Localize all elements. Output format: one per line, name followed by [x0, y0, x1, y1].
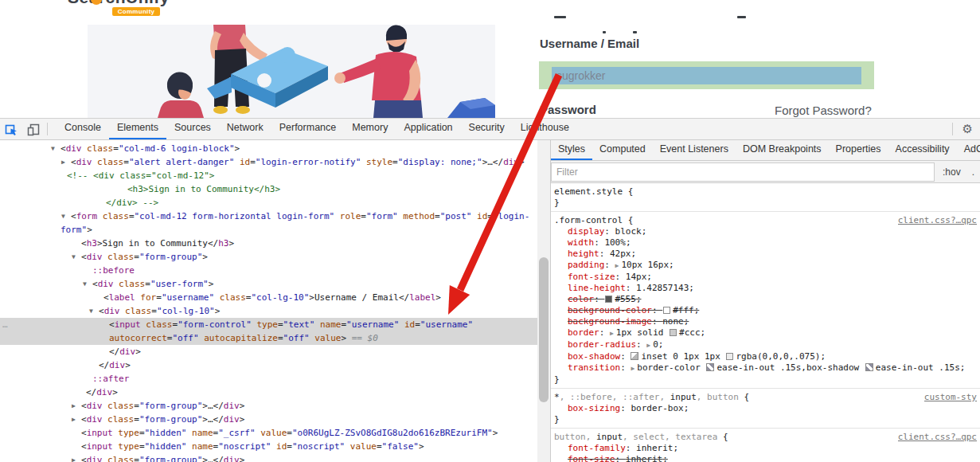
css-selector: *, ::before, ::after, input, button {	[554, 392, 749, 403]
scrollbar-thumb[interactable]	[539, 257, 549, 402]
dom-node[interactable]: </div>	[0, 386, 537, 399]
tab-lighthouse[interactable]: Lighthouse	[513, 119, 577, 139]
sidebar-tab-dom-breakpoints[interactable]: DOM Breakpoints	[736, 140, 829, 160]
elements-panel: ▼<div class="col-md-6 login-block">▶<div…	[0, 140, 551, 462]
stylesheet-link[interactable]: client.css?…qpc	[898, 215, 977, 226]
dom-node[interactable]: ▼<form class="col-md-12 form-horizontal …	[0, 209, 537, 237]
expand-shorthand-icon[interactable]: ▶	[615, 262, 619, 269]
stylesheet-link[interactable]: client.css?…qpc	[898, 432, 977, 443]
devtools-toolbar: ConsoleElementsSourcesNetworkPerformance…	[0, 119, 980, 140]
sidebar-tab-computed[interactable]: Computed	[592, 140, 653, 160]
expand-open-icon[interactable]: ▼	[51, 142, 55, 155]
sidebar-tab-properties[interactable]: Properties	[829, 140, 888, 160]
dom-node[interactable]: <input type="hidden" name="noscript" id=…	[0, 440, 537, 453]
color-swatch[interactable]	[663, 307, 670, 314]
shadow-editor-icon[interactable]	[631, 352, 638, 360]
expand-closed-icon[interactable]: ▶	[72, 413, 76, 426]
bezier-editor-icon[interactable]	[865, 363, 873, 371]
expand-shorthand-icon[interactable]: ▶	[631, 365, 634, 372]
site-logo[interactable]: SearchUnify	[68, 0, 171, 6]
css-property[interactable]: transition: ▶border-color ease-in-out .1…	[554, 362, 977, 374]
elements-scrollbar[interactable]	[537, 140, 550, 462]
forgot-password-link[interactable]: Forgot Password?	[775, 104, 872, 117]
bezier-editor-icon[interactable]	[706, 363, 714, 371]
css-property[interactable]: line-height: 1.42857143;	[554, 283, 977, 294]
inspect-cursor-icon[interactable]	[0, 119, 22, 139]
dom-node[interactable]: ▶<div class="form-group">…</div>	[0, 413, 537, 426]
dom-node[interactable]: <input type="hidden" name="_csrf" value=…	[0, 426, 537, 440]
cls-toggle[interactable]: .	[972, 166, 974, 178]
dom-node[interactable]: <!-- <div class="col-md-12">	[0, 169, 537, 182]
css-property[interactable]: box-sizing: border-box;	[554, 403, 977, 414]
sidebar-tab-adguar[interactable]: AdGuar	[957, 140, 980, 160]
expand-closed-icon[interactable]: ▶	[72, 399, 76, 413]
dom-node[interactable]: ::before	[0, 264, 537, 277]
dom-node[interactable]: ▼<div class="col-md-6 login-block">	[0, 142, 537, 155]
dom-node[interactable]: <label for="username" class="col-lg-10">…	[0, 291, 537, 304]
css-property[interactable]: background-color: #fff;	[554, 305, 977, 316]
dom-node[interactable]: ▶<div class="form-group">…</div>	[0, 399, 537, 413]
stylesheet-link[interactable]: custom-sty	[924, 392, 977, 403]
tab-application[interactable]: Application	[396, 119, 460, 139]
sidebar-tab-event-listeners[interactable]: Event Listeners	[653, 140, 736, 160]
dom-node[interactable]: ▶<div class="alert alert-danger" id="log…	[0, 155, 537, 169]
clipped-heading-fragment	[737, 16, 746, 18]
css-property[interactable]: border-radius: ▶0;	[554, 339, 977, 351]
toolbar-divider	[47, 123, 48, 135]
expand-open-icon[interactable]: ▼	[72, 250, 76, 264]
community-badge: Community	[112, 7, 160, 16]
dom-node[interactable]: ::after	[0, 372, 537, 386]
css-rule: .form-control {client.css?…qpcdisplay: b…	[551, 212, 980, 389]
dom-node[interactable]: <h3>Sign in to Community</h3>	[0, 182, 537, 196]
expand-closed-icon[interactable]: ▶	[61, 155, 65, 169]
dom-node[interactable]: </div> -->	[0, 196, 537, 209]
css-property[interactable]: background-image: none;	[554, 316, 977, 327]
css-property[interactable]: border: ▶1px solid #ccc;	[554, 327, 977, 339]
expand-shorthand-icon[interactable]: ▶	[610, 330, 614, 337]
styles-filter-input[interactable]	[551, 162, 935, 182]
tab-console[interactable]: Console	[57, 119, 109, 139]
expand-open-icon[interactable]: ▼	[89, 304, 93, 318]
login-illustration	[88, 25, 495, 118]
dom-node[interactable]: </div>	[0, 358, 537, 372]
dom-node[interactable]: <h3>Sign in to Community</h3>	[0, 237, 537, 250]
dom-node[interactable]: ▼<div class="form-group">	[0, 250, 537, 264]
css-property[interactable]: font-family: inherit;	[554, 443, 977, 454]
css-property[interactable]: color: #555;	[554, 294, 977, 305]
tab-sources[interactable]: Sources	[166, 119, 219, 139]
tab-memory[interactable]: Memory	[344, 119, 396, 139]
sidebar-tab-accessibility[interactable]: Accessibility	[888, 140, 957, 160]
styles-panel: StylesComputedEvent ListenersDOM Breakpo…	[551, 140, 980, 462]
css-property[interactable]: font-size: 14px;	[554, 272, 977, 283]
expand-open-icon[interactable]: ▼	[83, 277, 87, 291]
dom-node-selected[interactable]: …<input class="form-control" type="text"…	[0, 318, 537, 345]
css-property[interactable]: padding: ▶10px 16px;	[554, 260, 977, 272]
tab-performance[interactable]: Performance	[271, 119, 345, 139]
css-property[interactable]: display: block;	[554, 226, 977, 237]
sidebar-tab-styles[interactable]: Styles	[551, 140, 592, 160]
tab-elements[interactable]: Elements	[109, 119, 166, 139]
tab-security[interactable]: Security	[461, 119, 513, 139]
gear-icon[interactable]: ⚙	[955, 119, 980, 139]
css-rule: *, ::before, ::after, input, button {cus…	[551, 389, 980, 429]
username-input[interactable]: sugrokker	[539, 61, 874, 89]
expand-open-icon[interactable]: ▼	[61, 209, 65, 223]
color-swatch[interactable]	[670, 329, 677, 336]
dom-node[interactable]: ▶<div class="form-group">…</div>	[0, 453, 537, 462]
device-toolbar-icon[interactable]	[22, 119, 45, 139]
dom-node[interactable]: ▼<div class="user-form">	[0, 277, 537, 291]
tab-network[interactable]: Network	[219, 119, 271, 139]
color-swatch[interactable]	[605, 296, 612, 303]
devtools-window: ConsoleElementsSourcesNetworkPerformance…	[0, 118, 980, 462]
web-page: SearchUnify Community	[0, 0, 980, 118]
dom-node[interactable]: </div>	[0, 345, 537, 358]
expand-shorthand-icon[interactable]: ▶	[646, 342, 650, 349]
css-property[interactable]: height: 42px;	[554, 249, 977, 260]
color-swatch[interactable]	[726, 353, 733, 360]
css-property[interactable]: width: 100%;	[554, 237, 977, 249]
expand-closed-icon[interactable]: ▶	[72, 453, 76, 462]
css-property[interactable]: font-size: inherit;	[554, 454, 977, 462]
dom-node[interactable]: ▼<div class="col-lg-10">	[0, 304, 537, 318]
hov-toggle[interactable]: :hov	[943, 166, 961, 178]
css-property[interactable]: box-shadow: inset 0 1px 1px rgba(0,0,0,.…	[554, 351, 977, 362]
